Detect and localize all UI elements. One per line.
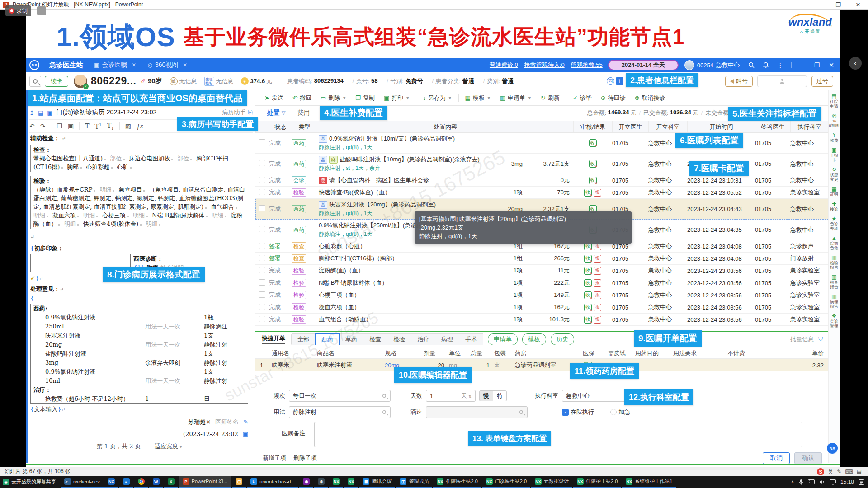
- order-row[interactable]: 完成检验N端-B型钠尿肽前体（血）1项222元收¥报01705急救中心2023-…: [255, 277, 828, 289]
- microphone-icon[interactable]: [799, 479, 803, 485]
- ime-pen-icon[interactable]: ✎: [837, 469, 841, 475]
- quick-order-title[interactable]: 快捷开单: [262, 334, 285, 344]
- placeholder-field[interactable]: 部位: [110, 155, 125, 162]
- special-toggle[interactable]: 特: [493, 390, 507, 401]
- doctor-signature-name[interactable]: 苏瑞超×: [188, 418, 211, 426]
- inhospital-checkbox[interactable]: ✓在院执行: [562, 408, 594, 416]
- signature-placeholder[interactable]: 医师签名: [215, 418, 239, 426]
- date-picker-icon[interactable]: ▣: [243, 430, 248, 438]
- insert-image-icon[interactable]: ▨: [125, 122, 131, 130]
- screen-share-indicator[interactable]: ◉ 云开盛景的屏幕共享: [3, 479, 56, 485]
- order-content[interactable]: 凝血六项（血）: [317, 302, 482, 312]
- action-button-历史[interactable]: 历史: [551, 333, 575, 345]
- med-qty[interactable]: 1支: [201, 349, 248, 358]
- med-usage[interactable]: 用法一天一次: [142, 376, 201, 385]
- drip-input[interactable]: [426, 406, 528, 418]
- placeholder-field[interactable]: 明细: [99, 186, 114, 193]
- column-header-处置内容[interactable]: 处置内容: [317, 121, 573, 132]
- grid-column-规格[interactable]: 规格: [385, 349, 424, 357]
- order-checkbox[interactable]: [255, 160, 269, 168]
- med-name[interactable]: 0.9%氯化钠注射液: [42, 367, 142, 376]
- emr-doc-title[interactable]: 门(急)诊初诊病历 2023-12-24 23:02: [57, 108, 157, 117]
- superscript-icon[interactable]: T1: [95, 122, 102, 130]
- copy-icon[interactable]: ❐: [57, 122, 62, 130]
- urgent-radio[interactable]: 加急: [610, 408, 630, 416]
- column-header-开立医生[interactable]: 开立医生: [612, 121, 648, 132]
- field-value[interactable]: 心脏: [117, 164, 132, 170]
- taskbar-item-PowerPoint 幻...[interactable]: PPowerPoint 幻...: [179, 476, 231, 488]
- filter-funnel-icon[interactable]: ▽: [282, 110, 285, 116]
- taskbar-item-notepad[interactable]: ≡: [119, 476, 133, 488]
- order-row[interactable]: 完成检验凝血六项（血）1项162元收¥报01705急救中心2023-12-24 …: [255, 301, 828, 314]
- rail-item-住院申请[interactable]: ▤住院申请: [830, 93, 838, 108]
- taskbar-item-uniontechos-d...[interactable]: Uuniontechos-d...: [247, 476, 298, 488]
- taskbar-item-nx-green[interactable]: NX: [344, 476, 358, 488]
- taskbar-item-腾讯会议[interactable]: ▣腾讯会议: [359, 476, 395, 488]
- slow-toggle[interactable]: 慢: [479, 390, 493, 401]
- order-checkbox[interactable]: [255, 226, 269, 234]
- order-content[interactable]: N端-B型钠尿肽前体（血）: [317, 278, 482, 288]
- field-value[interactable]: 常规心电图检查(十八通道): [33, 155, 106, 162]
- redo-icon[interactable]: ↷: [40, 122, 46, 130]
- patient-avatar[interactable]: [74, 75, 87, 88]
- grid-column-剂量[interactable]: 剂量: [424, 349, 449, 357]
- text-input-placeholder[interactable]: 文本输入: [34, 406, 57, 413]
- rail-item-急诊专科[interactable]: ★急诊专科: [830, 216, 838, 231]
- med-name[interactable]: 3mg: [42, 358, 142, 367]
- column-header-执行科室[interactable]: 执行科室: [790, 121, 828, 132]
- volume-icon[interactable]: [819, 479, 825, 485]
- paste-icon[interactable]: ▣: [68, 122, 74, 130]
- med-usage[interactable]: [142, 349, 201, 358]
- batch-filter-icon[interactable]: ⛉: [818, 336, 823, 343]
- patient-number[interactable]: 806229...: [91, 75, 136, 87]
- skip-number-button[interactable]: 过号: [811, 76, 833, 87]
- taskbar-item-nx-blue[interactable]: NX: [104, 476, 118, 488]
- tab-close-icon[interactable]: ✕: [132, 62, 136, 68]
- med-usage[interactable]: [142, 367, 201, 376]
- current-user[interactable]: 00254 急救中心: [684, 60, 740, 70]
- add-subitem-link[interactable]: 新增子项: [263, 454, 286, 462]
- placeholder-field[interactable]: 明细: [146, 221, 160, 227]
- order-checkbox[interactable]: [255, 205, 269, 213]
- column-header-开立科室[interactable]: 开立科室: [648, 121, 687, 132]
- order-content[interactable]: 淀粉酶(血)（血）: [317, 266, 482, 276]
- action-button-模板[interactable]: 模板: [522, 333, 546, 345]
- sogou-ime-icon[interactable]: S: [817, 468, 824, 475]
- tab-disposal[interactable]: 处置▽: [267, 109, 285, 117]
- grid-column-不计费[interactable]: 不计费: [727, 349, 755, 357]
- taskbar-item-nxclient-dev[interactable]: >_nxclient-dev: [61, 476, 104, 488]
- emr-document-body[interactable]: 辅助检查： ↵ 检查：常规心电图检查(十八通道)部位床边心电图加收部位胸部CT平…: [30, 134, 253, 462]
- taskbar-item-住院医生站2.0[interactable]: NX住院医生站2.0: [433, 476, 481, 488]
- rail-item-状态变更[interactable]: ↻状态变更: [830, 166, 838, 182]
- taskbar-item-excel[interactable]: X: [164, 476, 178, 488]
- column-header-类型[interactable]: 类型: [292, 121, 317, 132]
- folder-icon[interactable]: ▤: [38, 109, 43, 116]
- taskbar-item-folder[interactable]: ▢: [232, 476, 246, 488]
- slow-special-toggle[interactable]: 慢 特: [479, 390, 507, 401]
- lab-field-box[interactable]: 检验：（静脉）血常规+CRP明细急查项目（急查项目, 血清总蛋白测定, 血清白蛋…: [30, 176, 248, 229]
- med-name[interactable]: 250ml: [42, 322, 142, 331]
- taskbar-item-word[interactable]: W: [149, 476, 163, 488]
- order-checkbox[interactable]: [255, 255, 269, 263]
- freq-input[interactable]: 每日一次: [289, 390, 391, 402]
- days-input[interactable]: 1天 ⇅: [426, 390, 476, 402]
- med-usage[interactable]: 1: [142, 394, 201, 404]
- rail-item-检查报告[interactable]: ▥检查报告: [830, 274, 838, 289]
- order-checkbox[interactable]: [255, 177, 269, 184]
- ime-language-toggle[interactable]: 英: [828, 468, 833, 475]
- restore-icon[interactable]: ❐: [828, 0, 848, 9]
- grid-column-需皮试[interactable]: 需皮试: [608, 349, 635, 357]
- toolbar-待回诊-button[interactable]: ⊙待回诊: [601, 94, 626, 102]
- nx-assistant-bubble[interactable]: NX: [827, 443, 838, 454]
- taskbar-item-camera[interactable]: ◎: [314, 476, 328, 488]
- field-value[interactable]: 快速筛查4项(胶体金): [83, 221, 142, 227]
- rail-item-360视图[interactable]: ◎360视图: [829, 113, 839, 128]
- field-value[interactable]: 心脏彩超: [86, 164, 113, 170]
- med-qty[interactable]: 1支: [201, 331, 248, 340]
- placeholder-field[interactable]: 明细: [212, 212, 226, 219]
- minimize-icon[interactable]: –: [808, 0, 828, 9]
- tab-close-icon[interactable]: ✕: [183, 62, 187, 68]
- usage-input[interactable]: 静脉注射: [289, 406, 391, 418]
- order-content[interactable]: 血气组合（动脉血）: [317, 314, 482, 324]
- allergy-value[interactable]: 无信息: [179, 77, 197, 85]
